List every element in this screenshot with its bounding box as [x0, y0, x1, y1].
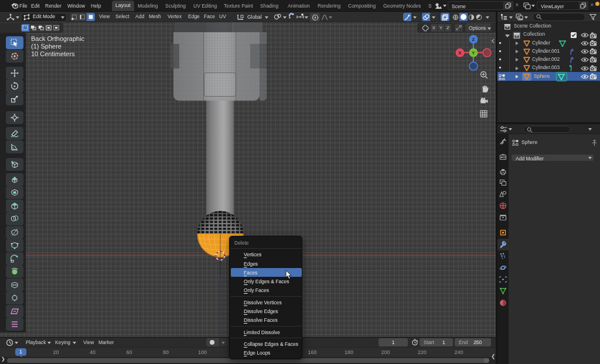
svg-text:Y: Y [472, 50, 475, 56]
svg-text:X: X [458, 50, 462, 56]
svg-text:Z: Z [472, 37, 475, 42]
